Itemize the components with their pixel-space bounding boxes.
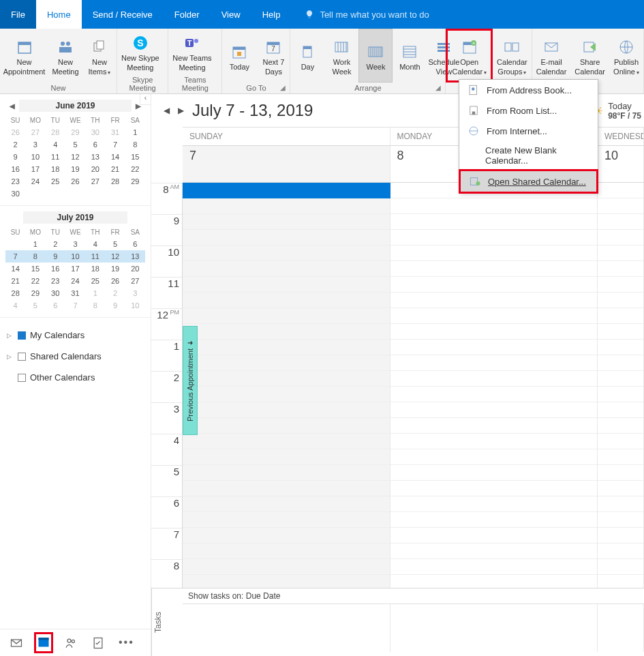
- shared-calendars-group[interactable]: ▷ Shared Calendars: [7, 346, 144, 367]
- day-column[interactable]: [390, 183, 598, 588]
- prev-month-arrow[interactable]: ◀: [10, 102, 15, 110]
- work-week-button[interactable]: Work Week: [324, 29, 358, 83]
- mini-cal-day[interactable]: 5: [25, 299, 45, 312]
- task-cell[interactable]: [598, 604, 644, 652]
- mini-cal-day[interactable]: 13: [85, 151, 105, 163]
- day-num-7[interactable]: 7: [183, 146, 390, 182]
- mini-cal-day[interactable]: 8: [25, 250, 45, 263]
- mini-cal-title-2[interactable]: July 2019: [23, 211, 127, 224]
- next-week-button[interactable]: ▶: [178, 106, 184, 115]
- mini-cal-day[interactable]: 25: [46, 175, 65, 188]
- mini-cal-day[interactable]: 27: [125, 275, 145, 287]
- mini-cal-day[interactable]: 2: [46, 238, 65, 250]
- open-calendar-button[interactable]: + Open Calendar▾: [446, 29, 493, 83]
- arrange-dialog-launcher[interactable]: ◢: [435, 84, 444, 92]
- mini-cal-day[interactable]: 15: [25, 263, 45, 275]
- mini-cal-day[interactable]: 14: [105, 151, 125, 163]
- task-cell[interactable]: [390, 604, 598, 652]
- mini-cal-day[interactable]: 16: [46, 263, 65, 275]
- dropdown-from-address-book[interactable]: From Address Book...: [459, 80, 598, 100]
- mini-cal-day[interactable]: 28: [5, 287, 25, 299]
- mini-cal-day[interactable]: 20: [125, 263, 145, 275]
- tasks-icon[interactable]: [91, 636, 105, 650]
- mini-cal-day[interactable]: 3: [25, 138, 45, 151]
- mini-cal-day[interactable]: 17: [25, 163, 45, 175]
- mini-cal-day[interactable]: 14: [5, 263, 25, 275]
- mini-cal-day[interactable]: 4: [5, 299, 25, 312]
- mail-icon[interactable]: [10, 636, 23, 650]
- tab-folder[interactable]: Folder: [164, 0, 211, 29]
- mini-cal-day[interactable]: 21: [5, 275, 25, 287]
- mini-cal-day[interactable]: 15: [125, 151, 145, 163]
- mini-cal-day[interactable]: 28: [105, 175, 125, 188]
- calendar-groups-button[interactable]: Calendar Groups▾: [493, 29, 532, 83]
- mini-cal-day[interactable]: 30: [85, 126, 105, 138]
- mini-cal-day[interactable]: 6: [125, 238, 145, 250]
- mini-cal-day[interactable]: 29: [25, 287, 45, 299]
- mini-cal-day[interactable]: 11: [46, 151, 65, 163]
- mini-cal-day[interactable]: 17: [65, 263, 85, 275]
- mini-cal-day[interactable]: 19: [105, 263, 125, 275]
- mini-cal-day[interactable]: 21: [105, 163, 125, 175]
- mini-cal-day[interactable]: 9: [105, 299, 125, 312]
- task-cell[interactable]: [183, 604, 390, 652]
- day-view-button[interactable]: Day: [290, 29, 324, 83]
- other-calendars-group[interactable]: ▷ Other Calendars: [7, 367, 144, 388]
- week-view-button[interactable]: Week: [358, 29, 393, 83]
- people-icon[interactable]: [64, 636, 78, 650]
- mini-cal-day[interactable]: 7: [105, 138, 125, 151]
- mini-cal-day[interactable]: 28: [46, 126, 65, 138]
- prev-week-button[interactable]: ◀: [164, 106, 170, 115]
- mini-cal-day[interactable]: 16: [5, 163, 25, 175]
- mini-cal-day[interactable]: 1: [125, 126, 145, 138]
- mini-cal-day[interactable]: 30: [5, 188, 25, 200]
- selected-time-slot[interactable]: [183, 183, 390, 198]
- mini-cal-day[interactable]: 27: [25, 126, 45, 138]
- mini-cal-day[interactable]: 18: [85, 263, 105, 275]
- more-icon[interactable]: •••: [119, 636, 132, 650]
- dropdown-create-new-blank[interactable]: Create New Blank Calendar...: [459, 141, 598, 170]
- mini-cal-day[interactable]: 23: [5, 175, 25, 188]
- mini-cal-day[interactable]: 26: [5, 126, 25, 138]
- today-button[interactable]: Today: [222, 29, 256, 83]
- day-num-10[interactable]: 10: [598, 146, 644, 182]
- mini-cal-day[interactable]: 26: [65, 175, 85, 188]
- mini-cal-day[interactable]: 11: [85, 250, 105, 263]
- tab-view[interactable]: View: [211, 0, 251, 29]
- tab-file[interactable]: File: [0, 0, 36, 29]
- day-header-sunday[interactable]: SUNDAY: [183, 128, 390, 145]
- mini-cal-day[interactable]: 3: [65, 238, 85, 250]
- new-items-button[interactable]: New Items▾: [82, 29, 117, 83]
- tab-send-receive[interactable]: Send / Receive: [82, 0, 164, 29]
- checkbox-icon[interactable]: [18, 353, 26, 361]
- tab-help[interactable]: Help: [251, 0, 292, 29]
- mini-cal-day[interactable]: [5, 238, 25, 250]
- mini-cal-day[interactable]: 24: [25, 175, 45, 188]
- new-appointment-button[interactable]: New Appointment: [0, 29, 48, 83]
- dropdown-open-shared-calendar[interactable]: Open Shared Calendar...: [459, 169, 598, 194]
- mini-cal-day[interactable]: 4: [85, 238, 105, 250]
- mini-cal-day[interactable]: 31: [105, 126, 125, 138]
- mini-cal-day[interactable]: 4: [46, 138, 65, 151]
- mini-cal-day[interactable]: 1: [25, 238, 45, 250]
- mini-cal-day[interactable]: 27: [85, 175, 105, 188]
- mini-cal-day[interactable]: 6: [46, 299, 65, 312]
- skype-meeting-button[interactable]: S New Skype Meeting: [117, 29, 164, 74]
- tab-home[interactable]: Home: [36, 0, 82, 29]
- collapse-sidebar-button[interactable]: ‹: [140, 94, 151, 105]
- publish-online-button[interactable]: Publish Online▾: [609, 29, 643, 83]
- mini-cal-day[interactable]: 19: [65, 163, 85, 175]
- mini-cal-day[interactable]: 8: [85, 299, 105, 312]
- mini-cal-day[interactable]: 31: [65, 287, 85, 299]
- mini-cal-day[interactable]: 10: [65, 250, 85, 263]
- my-calendars-group[interactable]: ▷ My Calendars: [7, 325, 144, 346]
- teams-meeting-button[interactable]: T New Teams Meeting: [168, 29, 215, 74]
- mini-cal-day[interactable]: 12: [65, 151, 85, 163]
- mini-cal-day[interactable]: 24: [65, 275, 85, 287]
- share-calendar-button[interactable]: Share Calendar: [570, 29, 609, 83]
- mini-cal-title[interactable]: June 2019: [19, 100, 132, 112]
- calendar-icon[interactable]: [37, 635, 50, 648]
- mini-cal-day[interactable]: 29: [65, 126, 85, 138]
- mini-cal-day[interactable]: 30: [46, 287, 65, 299]
- mini-cal-day[interactable]: 8: [125, 138, 145, 151]
